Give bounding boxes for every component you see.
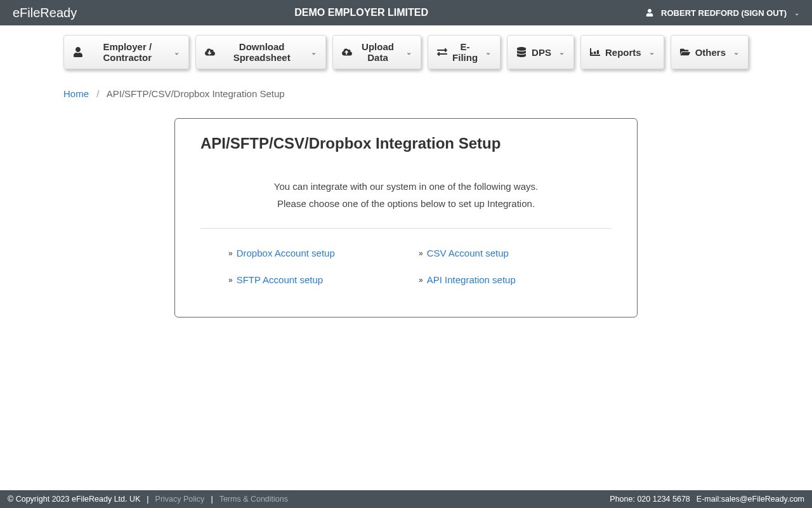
privacy-policy-link[interactable]: Privacy Policy [155, 495, 205, 504]
chevron-down-icon: ⌄ [406, 48, 412, 57]
user-menu[interactable]: ROBERT REDFORD (SIGN OUT) ⌄ [646, 8, 799, 18]
nav-label: Employer / Contractor [88, 41, 166, 63]
exchange-icon [437, 47, 447, 57]
main-nav: Employer / Contractor ⌄ Download Spreads… [0, 25, 812, 79]
link-item-api: » API Integration setup [419, 274, 584, 285]
nav-efiling[interactable]: E-Filing ⌄ [428, 35, 501, 69]
terms-conditions-link[interactable]: Terms & Conditions [219, 495, 288, 504]
email-info: E-mail:sales@eFileReady.com [697, 495, 804, 504]
nav-label: DPS [532, 47, 551, 58]
company-name: DEMO EMPLOYER LIMITED [294, 7, 428, 18]
breadcrumb-home[interactable]: Home [63, 88, 89, 99]
folder-open-icon [680, 47, 690, 57]
double-chevron-icon: » [228, 276, 233, 284]
database-icon [516, 47, 527, 57]
setup-links: » Dropbox Account setup » CSV Account se… [228, 248, 584, 285]
brand-logo[interactable]: eFileReady [13, 6, 77, 20]
nav-label: Download Spreadsheet [220, 41, 303, 63]
nav-upload-data[interactable]: Upload Data ⌄ [332, 35, 421, 69]
nav-label: E-Filing [452, 41, 478, 63]
nav-download-spreadsheet[interactable]: Download Spreadsheet ⌄ [195, 35, 325, 69]
double-chevron-icon: » [228, 249, 233, 258]
chevron-down-icon: ⌄ [311, 48, 317, 57]
sftp-setup-link[interactable]: SFTP Account setup [237, 274, 323, 285]
nav-label: Upload Data [357, 41, 398, 63]
breadcrumb-separator: / [96, 88, 99, 99]
csv-setup-link[interactable]: CSV Account setup [427, 248, 509, 258]
panel-title: API/SFTP/CSV/Dropbox Integration Setup [200, 135, 612, 152]
top-header: eFileReady DEMO EMPLOYER LIMITED ROBERT … [0, 0, 812, 25]
footer: © Copyright 2023 eFileReady Ltd. UK | Pr… [0, 490, 812, 508]
chart-bar-icon [590, 47, 600, 57]
nav-label: Others [695, 47, 726, 58]
link-item-dropbox: » Dropbox Account setup [228, 248, 393, 258]
chevron-down-icon: ⌄ [649, 48, 655, 57]
footer-separator: | [147, 495, 148, 504]
footer-right: Phone: 020 1234 5678 E-mail:sales@eFileR… [610, 495, 804, 504]
chevron-down-icon: ⌄ [559, 48, 565, 57]
api-setup-link[interactable]: API Integration setup [427, 274, 516, 285]
chevron-down-icon: ⌄ [174, 48, 180, 57]
intro-line-1: You can integrate with our system in one… [200, 178, 612, 195]
nav-reports[interactable]: Reports ⌄ [580, 35, 664, 69]
double-chevron-icon: » [419, 249, 423, 258]
integration-setup-panel: API/SFTP/CSV/Dropbox Integration Setup Y… [174, 118, 638, 318]
chevron-down-icon: ⌄ [794, 10, 799, 17]
cloud-upload-icon [342, 47, 352, 57]
copyright-text: © Copyright 2023 eFileReady Ltd. UK [8, 495, 140, 504]
nav-dps[interactable]: DPS ⌄ [507, 35, 574, 69]
footer-separator: | [211, 495, 213, 504]
double-chevron-icon: » [419, 276, 423, 284]
footer-left: © Copyright 2023 eFileReady Ltd. UK | Pr… [8, 495, 288, 504]
phone-info: Phone: 020 1234 5678 [610, 495, 690, 504]
dropbox-setup-link[interactable]: Dropbox Account setup [237, 248, 335, 258]
user-icon [73, 47, 83, 57]
breadcrumb: Home / API/SFTP/CSV/Dropbox Integration … [0, 79, 812, 105]
user-name: ROBERT REDFORD (SIGN OUT) [661, 8, 787, 18]
intro-line-2: Please choose one of the options below t… [200, 195, 612, 212]
link-item-csv: » CSV Account setup [419, 248, 584, 258]
link-item-sftp: » SFTP Account setup [228, 274, 393, 285]
user-icon [646, 9, 653, 17]
chevron-down-icon: ⌄ [485, 48, 491, 57]
nav-employer-contractor[interactable]: Employer / Contractor ⌄ [63, 35, 189, 69]
nav-others[interactable]: Others ⌄ [671, 35, 749, 69]
breadcrumb-current: API/SFTP/CSV/Dropbox Integration Setup [107, 88, 285, 99]
panel-intro: You can integrate with our system in one… [200, 178, 612, 212]
nav-label: Reports [605, 47, 641, 58]
cloud-download-icon [205, 47, 215, 57]
chevron-down-icon: ⌄ [733, 48, 739, 57]
divider [200, 228, 612, 229]
